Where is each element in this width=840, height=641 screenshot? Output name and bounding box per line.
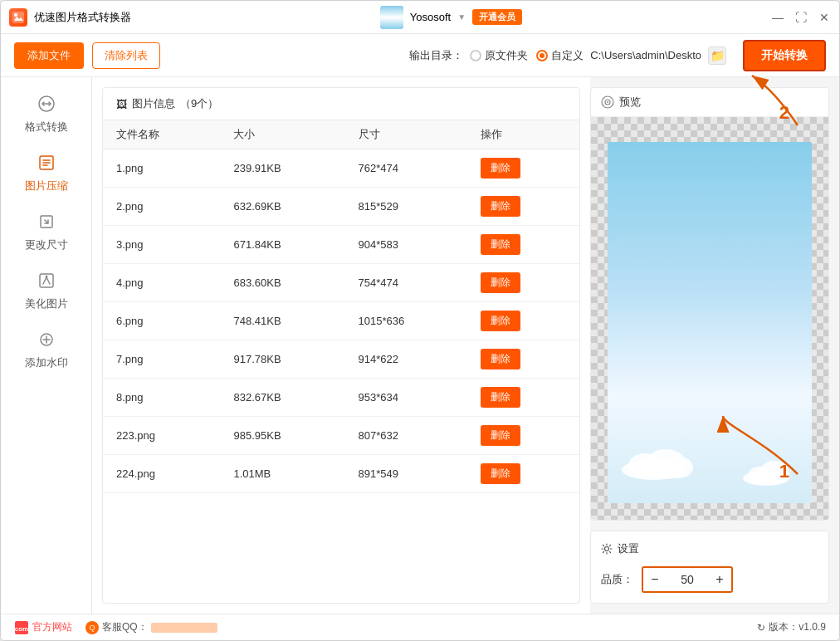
qq-label: 客服QQ： xyxy=(102,620,148,634)
customer-service: Q 客服QQ： xyxy=(85,620,217,634)
avatar-image xyxy=(380,6,403,29)
delete-button[interactable]: 删除 xyxy=(481,311,520,331)
svg-point-10 xyxy=(607,101,608,103)
col-filename: 文件名称 xyxy=(103,120,220,149)
cell-size: 917.78KB xyxy=(220,340,344,379)
cell-size: 671.84KB xyxy=(220,226,344,264)
quality-increase-button[interactable]: + xyxy=(708,568,731,591)
cell-size: 632.69KB xyxy=(220,188,344,226)
right-panel: 预览 xyxy=(590,77,839,614)
preview-panel: 预览 xyxy=(590,87,829,521)
delete-button[interactable]: 删除 xyxy=(481,387,520,408)
minimize-button[interactable]: — xyxy=(771,11,784,24)
cell-size: 239.91KB xyxy=(220,149,344,188)
window-controls: — ⛶ ✕ xyxy=(771,11,831,24)
file-table: 文件名称 大小 尺寸 操作 1.png 239.91KB 762*474 删除 … xyxy=(103,120,579,493)
sidebar-watermark-label: 添加水印 xyxy=(25,355,68,370)
cell-dimensions: 891*549 xyxy=(345,455,468,493)
username: Yososoft xyxy=(410,11,451,23)
table-row: 8.png 832.67KB 953*634 删除 xyxy=(103,379,579,417)
quality-control: − + xyxy=(642,566,733,593)
cell-filename: 223.png xyxy=(103,417,220,455)
version-label: 版本：v1.0.9 xyxy=(769,620,826,634)
cell-filename: 6.png xyxy=(103,302,220,340)
svg-point-1 xyxy=(14,13,17,17)
clear-list-button[interactable]: 清除列表 xyxy=(92,42,160,69)
username-dropdown-icon[interactable]: ▼ xyxy=(457,12,466,22)
app-icon xyxy=(9,8,27,27)
cloud-svg-2 xyxy=(741,449,808,487)
resize-icon xyxy=(38,213,55,234)
original-folder-radio[interactable]: 原文件夹 xyxy=(470,48,528,63)
cell-action: 删除 xyxy=(467,455,579,493)
title-bar-left: 优速图片格式转换器 xyxy=(9,8,131,27)
output-label: 输出目录： xyxy=(409,48,463,63)
settings-label: 设置 xyxy=(618,541,639,556)
cell-action: 删除 xyxy=(467,302,579,340)
table-row: 4.png 683.60KB 754*474 删除 xyxy=(103,264,579,302)
sidebar-item-watermark[interactable]: 添加水印 xyxy=(1,321,91,380)
sidebar: 格式转换 图片压缩 更改尺寸 xyxy=(1,77,92,614)
settings-gear-icon xyxy=(601,543,613,555)
cell-action: 删除 xyxy=(467,379,579,417)
preview-content xyxy=(591,117,828,520)
start-convert-button[interactable]: 开始转换 xyxy=(743,40,826,71)
file-panel: 🖼 图片信息 （9个） 文件名称 大小 尺寸 操作 xyxy=(102,87,580,604)
radio-group: 原文件夹 自定义 xyxy=(470,48,584,63)
cell-dimensions: 953*634 xyxy=(345,379,468,417)
cell-action: 删除 xyxy=(467,149,579,188)
official-website[interactable]: com 官方网站 xyxy=(14,620,72,635)
delete-button[interactable]: 删除 xyxy=(481,272,520,293)
sidebar-item-compress[interactable]: 图片压缩 xyxy=(1,144,91,203)
sidebar-item-beautify[interactable]: 美化图片 xyxy=(1,262,91,321)
title-bar: 优速图片格式转换器 Yososoft ▼ 开通会员 — ⛶ ✕ xyxy=(1,1,839,34)
custom-radio[interactable]: 自定义 xyxy=(536,48,584,63)
svg-text:com: com xyxy=(15,625,28,633)
delete-button[interactable]: 删除 xyxy=(481,349,520,369)
close-button[interactable]: ✕ xyxy=(818,11,831,24)
maximize-button[interactable]: ⛶ xyxy=(794,11,808,24)
cell-filename: 7.png xyxy=(103,340,220,379)
cell-dimensions: 914*622 xyxy=(345,340,468,379)
status-left: com 官方网站 Q 客服QQ： xyxy=(14,620,217,635)
table-row: 7.png 917.78KB 914*622 删除 xyxy=(103,340,579,379)
radio-circle-custom xyxy=(536,50,548,61)
content-wrapper: 格式转换 图片压缩 更改尺寸 xyxy=(1,77,839,614)
sidebar-compress-label: 图片压缩 xyxy=(25,179,68,193)
cell-size: 985.95KB xyxy=(220,417,344,455)
compress-icon xyxy=(38,154,55,175)
delete-button[interactable]: 删除 xyxy=(481,158,520,179)
cell-dimensions: 815*529 xyxy=(345,188,468,226)
add-file-button[interactable]: 添加文件 xyxy=(14,42,84,69)
cell-filename: 2.png xyxy=(103,188,220,226)
quality-input[interactable] xyxy=(667,568,708,591)
cell-dimensions: 754*474 xyxy=(345,264,468,302)
table-row: 3.png 671.84KB 904*583 删除 xyxy=(103,226,579,264)
delete-button[interactable]: 删除 xyxy=(481,196,520,217)
title-bar-center: Yososoft ▼ 开通会员 xyxy=(380,6,522,29)
delete-button[interactable]: 删除 xyxy=(481,463,520,484)
browse-folder-button[interactable]: 📁 xyxy=(708,46,726,65)
delete-button[interactable]: 删除 xyxy=(481,425,520,446)
delete-button[interactable]: 删除 xyxy=(481,234,520,255)
sidebar-item-resize[interactable]: 更改尺寸 xyxy=(1,203,91,262)
cell-action: 删除 xyxy=(467,417,579,455)
center-content: 🖼 图片信息 （9个） 文件名称 大小 尺寸 操作 xyxy=(92,77,590,614)
beautify-icon xyxy=(38,272,55,293)
file-panel-header: 🖼 图片信息 （9个） xyxy=(103,88,579,120)
table-row: 223.png 985.95KB 807*632 删除 xyxy=(103,417,579,455)
cloud-svg-1 xyxy=(620,433,720,482)
sidebar-item-format[interactable]: 格式转换 xyxy=(1,86,91,144)
quality-decrease-button[interactable]: − xyxy=(643,568,667,591)
cell-size: 832.67KB xyxy=(220,379,344,417)
file-panel-icon: 🖼 xyxy=(116,98,127,110)
quality-row: 品质： − + xyxy=(601,566,818,593)
status-bar: com 官方网站 Q 客服QQ： ↻ 版本：v1.0.9 xyxy=(1,614,839,640)
vip-badge[interactable]: 开通会员 xyxy=(472,9,522,25)
toolbar: 添加文件 清除列表 输出目录： 原文件夹 自定义 C:\Users\admin\… xyxy=(1,34,839,77)
svg-point-13 xyxy=(628,453,662,478)
cell-action: 删除 xyxy=(467,340,579,379)
cell-size: 1.01MB xyxy=(220,455,344,493)
svg-point-14 xyxy=(663,457,693,478)
preview-image xyxy=(608,142,812,503)
